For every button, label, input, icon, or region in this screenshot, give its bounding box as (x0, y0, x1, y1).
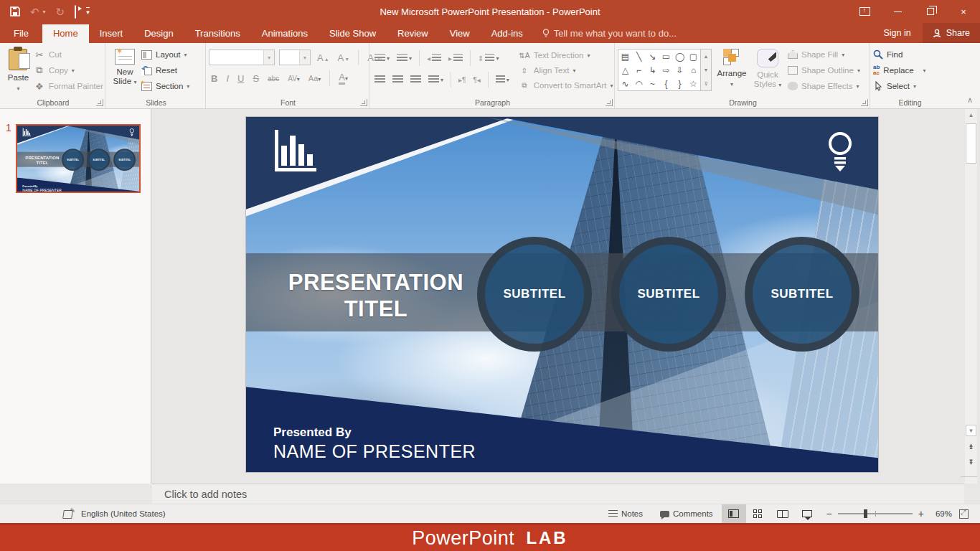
shape-arc-icon[interactable]: ◠ (632, 77, 646, 90)
find-button[interactable]: Find (873, 49, 926, 60)
fit-slide-button[interactable] (959, 509, 969, 519)
undo-icon[interactable]: ↶ (30, 6, 39, 17)
tab-design[interactable]: Design (133, 24, 184, 43)
new-slide-button[interactable]: NewSlide ▾ (108, 44, 141, 96)
tab-addins[interactable]: Add-ins (481, 24, 534, 43)
sign-in-link[interactable]: Sign in (872, 28, 922, 38)
shape-right-arrow-icon[interactable]: ⇨ (659, 63, 673, 77)
grow-font-button[interactable]: A▲ (315, 52, 331, 63)
next-slide-button[interactable]: ▼▼ (966, 459, 976, 465)
subtitle-circle-2[interactable]: SUBTITEL (88, 149, 110, 171)
shape-line-icon[interactable]: ╲ (632, 50, 646, 63)
bold-button[interactable]: B (209, 73, 220, 84)
paste-button[interactable]: Paste ▾ (3, 44, 34, 96)
ltr-button[interactable]: ▸¶ (456, 75, 468, 85)
language-status[interactable]: English (United States) (81, 509, 166, 518)
reading-view-button[interactable] (771, 504, 795, 524)
shape-curve-icon[interactable]: ~ (646, 77, 659, 90)
justify-button[interactable]: ▾ (426, 74, 446, 85)
slide-thumbnail[interactable]: PRESENTATIONTITEL SUBTITEL SUBTITEL SUBT… (16, 124, 141, 193)
copy-button[interactable]: ⧉Copy▾ (34, 65, 103, 76)
align-center-button[interactable] (390, 74, 405, 85)
previous-slide-button[interactable]: ▲▲ (966, 443, 976, 449)
zoom-slider-handle[interactable] (864, 509, 867, 518)
tab-view[interactable]: View (439, 24, 481, 43)
tab-file[interactable]: File (0, 24, 42, 43)
subtitle-circle-2[interactable]: SUBTITEL (611, 237, 726, 352)
subtitle-circle-1[interactable]: SUBTITEL (62, 149, 84, 171)
share-button[interactable]: Share (923, 23, 980, 43)
rtl-button[interactable]: ¶◂ (471, 75, 482, 85)
shape-rounded-rect-icon[interactable]: ▢ (687, 50, 700, 63)
shrink-font-button[interactable]: A▼ (336, 52, 352, 63)
presenter-block[interactable]: Presented By NAME OF PRESENTER (22, 185, 61, 192)
shape-star-icon[interactable]: ☆ (687, 77, 700, 90)
vertical-scrollbar[interactable]: ▲ ▼ ▲▲ ▼▼ (965, 109, 977, 484)
text-direction-button[interactable]: ⇅AText Direction▾ (519, 50, 613, 61)
slide-canvas[interactable]: PRESENTATIONTITEL SUBTITEL SUBTITEL SUBT… (246, 117, 878, 472)
shape-oval-icon[interactable]: ◯ (673, 50, 687, 63)
shapes-gallery[interactable]: ▤ ╲ ↘ ▭ ◯ ▢ △ ⌐ ↳ ⇨ ⇩ ⌂ ∿ ◠ ~ (618, 49, 701, 91)
shape-freeform-icon[interactable]: ⌂ (687, 63, 700, 77)
shape-rectangle-icon[interactable]: ▭ (659, 50, 673, 63)
presenter-block[interactable]: Presented By NAME OF PRESENTER (273, 425, 476, 462)
align-left-button[interactable] (372, 74, 387, 85)
clipboard-dialog-launcher[interactable] (96, 99, 103, 106)
shape-triangle-icon[interactable]: △ (618, 63, 632, 77)
shapes-scroll-down-icon[interactable]: ▼ (701, 63, 711, 77)
subtitle-circle-1[interactable]: SUBTITEL (477, 237, 592, 352)
scrollbar-thumb[interactable] (966, 123, 976, 164)
minimize-button[interactable] (881, 0, 914, 23)
zoom-level[interactable]: 69% (931, 509, 956, 518)
layout-button[interactable]: Layout▾ (141, 49, 189, 60)
arrange-button[interactable]: Arrange ▾ (712, 44, 752, 96)
char-spacing-button[interactable]: AV▾ (286, 75, 302, 83)
shape-elbow-arrow-icon[interactable]: ↳ (646, 63, 659, 77)
font-dialog-launcher[interactable] (360, 99, 367, 106)
customize-qat-icon[interactable]: ▾ (86, 7, 90, 16)
shape-left-brace-icon[interactable]: { (659, 77, 673, 90)
align-text-button[interactable]: ⇳Align Text▾ (519, 65, 613, 76)
abc-strike-button[interactable]: abc (265, 75, 281, 83)
columns-button[interactable]: ▾ (494, 74, 512, 85)
font-color-button[interactable]: A▾ (336, 72, 350, 85)
shape-scribble-icon[interactable]: ∿ (618, 77, 632, 90)
tab-transitions[interactable]: Transitions (184, 24, 251, 43)
subtitle-circle-3[interactable]: SUBTITEL (745, 237, 859, 352)
change-case-button[interactable]: Aa▾ (306, 74, 323, 83)
underline-button[interactable]: U (235, 73, 246, 84)
comments-toggle[interactable]: Comments (651, 504, 722, 524)
tab-insert[interactable]: Insert (89, 24, 134, 43)
numbering-button[interactable]: ▾ (395, 52, 414, 64)
tab-animations[interactable]: Animations (251, 24, 319, 43)
spellcheck-icon[interactable] (63, 509, 74, 519)
slide-sorter-button[interactable] (746, 504, 771, 524)
slideshow-view-button[interactable] (795, 504, 819, 524)
tab-slideshow[interactable]: Slide Show (319, 24, 387, 43)
convert-smartart-button[interactable]: ⧉Convert to SmartArt▾ (519, 80, 613, 91)
font-name-combo[interactable]: ▾ (209, 50, 275, 65)
decrease-indent-button[interactable]: ◂ (425, 52, 443, 64)
tab-home[interactable]: Home (42, 24, 89, 43)
line-spacing-button[interactable]: ⇕▾ (476, 52, 501, 64)
scroll-up-icon[interactable]: ▲ (966, 112, 976, 118)
shapes-scroll-up-icon[interactable]: ▲ (701, 50, 711, 63)
drawing-dialog-launcher[interactable] (861, 99, 868, 106)
zoom-out-button[interactable]: − (826, 508, 832, 519)
subtitle-circle-3[interactable]: SUBTITEL (113, 149, 136, 171)
font-size-combo[interactable]: ▾ (279, 50, 311, 65)
cut-button[interactable]: ✂Cut (34, 49, 103, 60)
bullets-button[interactable]: ▾ (372, 52, 392, 64)
strikethrough-button[interactable]: S (250, 73, 261, 84)
shape-elbow-icon[interactable]: ⌐ (632, 63, 646, 77)
slide-thumbnail-panel[interactable]: 1 (0, 109, 151, 484)
replace-button[interactable]: abac Replace▾ (873, 65, 926, 76)
scroll-down-icon[interactable]: ▼ (966, 425, 976, 436)
shape-right-brace-icon[interactable]: } (673, 77, 687, 90)
shape-textbox-icon[interactable]: ▤ (618, 50, 632, 63)
restore-button[interactable] (914, 0, 947, 23)
paragraph-dialog-launcher[interactable] (606, 99, 613, 106)
zoom-slider[interactable] (838, 513, 913, 514)
normal-view-button[interactable] (722, 504, 746, 524)
shapes-more-icon[interactable]: ⊽ (701, 77, 711, 90)
